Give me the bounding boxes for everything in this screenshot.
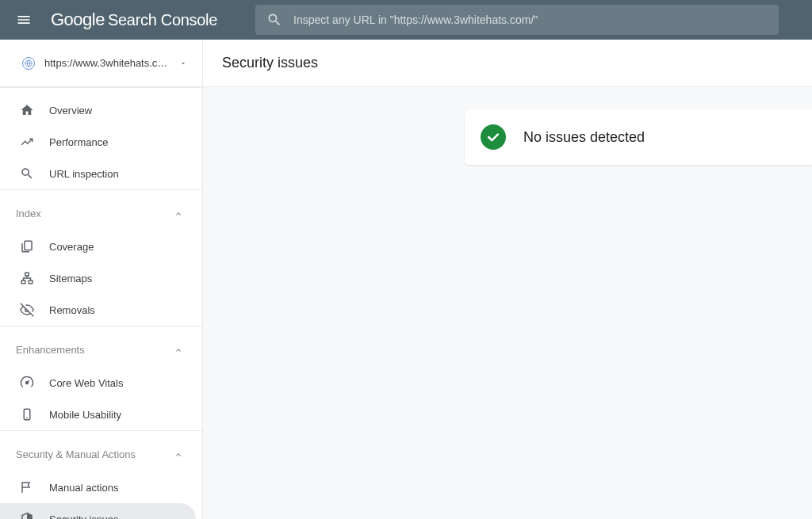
shield-icon bbox=[19, 512, 35, 519]
eye-off-icon bbox=[19, 303, 35, 317]
content-body: No issues detected bbox=[203, 87, 812, 519]
check-circle-icon bbox=[481, 124, 506, 150]
logo[interactable]: Google Search Console bbox=[51, 10, 217, 30]
sidebar-item-label: Manual actions bbox=[49, 482, 118, 494]
svg-rect-5 bbox=[29, 280, 33, 284]
search-icon bbox=[19, 166, 35, 181]
svg-rect-4 bbox=[21, 280, 25, 284]
sidebar-item-core-web-vitals[interactable]: Core Web Vitals bbox=[0, 367, 196, 399]
section-header-security[interactable]: Security & Manual Actions bbox=[0, 437, 202, 471]
property-url: https://www.3whitehats.com/ bbox=[44, 57, 170, 69]
chevron-up-icon bbox=[174, 209, 183, 219]
sidebar-item-mobile-usability[interactable]: Mobile Usability bbox=[0, 399, 196, 430]
sidebar-item-url-inspection[interactable]: URL inspection bbox=[0, 158, 196, 189]
logo-google: Google bbox=[51, 10, 105, 30]
svg-rect-3 bbox=[25, 273, 29, 276]
sidebar-item-label: URL inspection bbox=[49, 168, 119, 180]
menu-icon[interactable] bbox=[13, 9, 35, 31]
chevron-up-icon bbox=[174, 450, 183, 460]
chevron-up-icon bbox=[174, 345, 183, 355]
home-icon bbox=[19, 103, 35, 117]
sidebar-item-label: Performance bbox=[49, 136, 108, 148]
search-icon bbox=[266, 12, 282, 28]
section-header-enhancements[interactable]: Enhancements bbox=[0, 333, 202, 367]
top-bar: Google Search Console bbox=[0, 0, 812, 40]
svg-line-7 bbox=[27, 380, 29, 383]
sidebar-item-label: Security issues bbox=[49, 513, 118, 520]
url-inspect-search[interactable] bbox=[255, 5, 779, 35]
sidebar-item-sitemaps[interactable]: Sitemaps bbox=[0, 262, 196, 294]
logo-product: Search Console bbox=[108, 11, 217, 29]
status-card: No issues detected bbox=[465, 109, 812, 165]
trend-icon bbox=[19, 135, 35, 149]
svg-rect-2 bbox=[25, 241, 32, 250]
nav-section-security: Security & Manual Actions Manual actions… bbox=[0, 430, 202, 519]
sidebar-item-security-issues[interactable]: Security issues bbox=[0, 503, 196, 519]
nav-top: Overview Performance URL inspection bbox=[0, 87, 202, 189]
sidebar-item-coverage[interactable]: Coverage bbox=[0, 231, 196, 262]
page-title: Security issues bbox=[222, 55, 318, 71]
property-selector[interactable]: https://www.3whitehats.com/ bbox=[0, 40, 203, 87]
globe-icon bbox=[22, 57, 35, 70]
sidebar: https://www.3whitehats.com/ Overview Per… bbox=[0, 40, 203, 519]
section-header-index[interactable]: Index bbox=[0, 197, 202, 231]
section-title: Security & Manual Actions bbox=[16, 448, 136, 460]
page-header: Security issues bbox=[203, 40, 812, 87]
sidebar-item-label: Coverage bbox=[49, 241, 94, 253]
nav-section-enhancements: Enhancements Core Web Vitals Mobile Usab… bbox=[0, 326, 202, 430]
speed-icon bbox=[19, 376, 35, 390]
status-text: No issues detected bbox=[523, 129, 645, 146]
section-title: Index bbox=[16, 208, 41, 219]
sitemap-icon bbox=[19, 271, 35, 285]
sidebar-item-removals[interactable]: Removals bbox=[0, 294, 196, 326]
sidebar-item-overview[interactable]: Overview bbox=[0, 94, 196, 126]
sidebar-item-label: Sitemaps bbox=[49, 273, 92, 284]
url-inspect-input[interactable] bbox=[293, 13, 768, 26]
sidebar-item-performance[interactable]: Performance bbox=[0, 126, 196, 158]
sidebar-item-label: Mobile Usability bbox=[49, 409, 121, 421]
sidebar-item-label: Overview bbox=[49, 105, 92, 116]
flag-icon bbox=[19, 480, 35, 494]
section-title: Enhancements bbox=[16, 344, 85, 356]
caret-down-icon bbox=[179, 59, 187, 67]
sidebar-item-label: Core Web Vitals bbox=[49, 377, 123, 389]
content-area: Security issues No issues detected bbox=[203, 40, 812, 519]
pages-icon bbox=[19, 239, 35, 254]
mobile-icon bbox=[19, 407, 35, 422]
sidebar-item-manual-actions[interactable]: Manual actions bbox=[0, 471, 196, 503]
sidebar-item-label: Removals bbox=[49, 304, 95, 316]
nav-section-index: Index Coverage Sitemaps Removals bbox=[0, 189, 202, 326]
